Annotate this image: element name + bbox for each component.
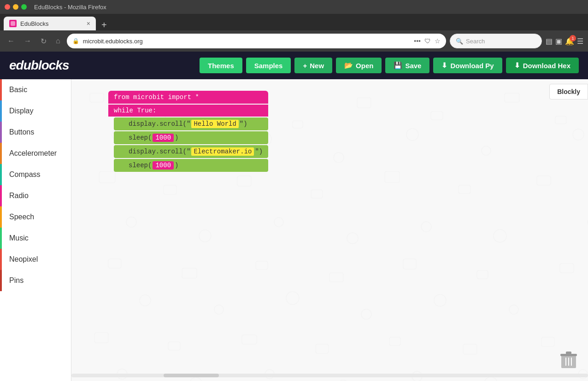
svg-point-25 [274,217,283,227]
svg-rect-4 [293,121,303,128]
save-icon: 💾 [394,61,402,70]
sleep2-suffix: ) [175,162,178,169]
sidebar: Basic Display Buttons Accelerometer Comp… [0,79,71,381]
download-py-button[interactable]: ⬇ Download Py [433,58,502,73]
forward-button[interactable]: → [21,35,34,47]
svg-point-26 [347,233,358,244]
sidebar-item-radio[interactable]: Radio [0,185,71,206]
hello-world-string: Hello World [191,120,238,128]
download-hex-icon: ⬇ [514,61,520,70]
canvas-area[interactable]: Blockly from microbit import * while Tru… [71,79,588,381]
maximize-window-button[interactable] [21,4,27,10]
svg-point-15 [573,129,584,140]
scrollbar-thumb[interactable] [164,374,219,377]
ellipsis-icon[interactable]: ••• [414,37,421,45]
display-scroll1-suffix: ") [240,120,247,128]
svg-point-24 [199,230,211,242]
browser-titlebar: EduBlocks - Mozilla Firefox [0,0,588,14]
sidebar-item-buttons-label: Buttons [9,128,34,136]
svg-point-52 [190,377,202,381]
block-import[interactable]: from microbit import * [108,91,268,104]
url-text: microbit.edublocks.org [83,38,411,45]
open-button[interactable]: 📂 Open [336,58,382,73]
search-icon: 🔍 [456,38,463,45]
sleep2-prefix: sleep( [129,162,152,169]
open-label: Open [356,62,373,70]
svg-rect-44 [94,333,108,343]
svg-rect-46 [242,335,257,344]
sidebar-item-compass[interactable]: Compass [0,164,71,185]
star-icon[interactable]: ☆ [435,37,441,45]
new-button[interactable]: + New [294,58,332,73]
download-hex-label: Download Hex [523,62,570,70]
svg-rect-20 [385,171,400,182]
svg-rect-50 [541,337,554,346]
display-scroll2-suffix: ") [255,148,263,155]
svg-rect-1 [90,93,104,102]
svg-point-42 [509,305,518,314]
blockly-toggle-button[interactable]: Blockly [549,84,588,100]
tab-label: EduBlocks [20,20,48,27]
home-button[interactable]: ⌂ [53,35,63,47]
reload-button[interactable]: ↻ [38,35,49,47]
trash-icon[interactable] [560,351,579,372]
svg-rect-32 [256,261,268,270]
download-py-icon: ⬇ [441,61,447,70]
library-icon[interactable]: ▤ [546,37,553,46]
electromaker-string: Electromaker.io [191,147,254,156]
save-label: Save [405,62,421,70]
svg-rect-33 [329,273,343,282]
svg-point-13 [406,129,418,141]
sidebar-item-basic-label: Basic [9,86,27,94]
while-text: while True: [114,107,156,114]
horizontal-scrollbar[interactable] [71,374,588,377]
close-window-button[interactable] [5,4,10,10]
svg-point-12 [334,152,344,163]
svg-point-27 [421,222,431,232]
sidebar-item-speech[interactable]: Speech [0,206,71,228]
sidebar-item-display[interactable]: Display [0,100,71,122]
download-hex-button[interactable]: ⬇ Download Hex [506,58,579,73]
svg-rect-8 [555,116,566,124]
save-button[interactable]: 💾 Save [385,58,429,73]
svg-point-40 [361,309,371,319]
browser-title: EduBlocks - Mozilla Firefox [34,4,106,11]
svg-point-41 [434,294,446,306]
svg-point-14 [482,146,491,155]
code-blocks[interactable]: from microbit import * while True: displ… [108,91,268,172]
samples-button[interactable]: Samples [246,58,291,73]
new-tab-button[interactable]: + [99,20,110,30]
app-logo: edublocks [9,58,69,73]
notification-icon[interactable]: 🔔1 [565,37,574,46]
sidebar-item-display-label: Display [9,107,33,115]
back-button[interactable]: ← [5,35,18,47]
sidebar-item-neopixel-label: Neopixel [9,255,38,263]
browser-tab-edublocks[interactable]: EduBlocks × [4,17,96,30]
svg-point-37 [140,295,151,306]
svg-rect-48 [389,337,400,346]
search-bar[interactable]: 🔍 Search [450,34,542,48]
tab-close-button[interactable]: × [87,20,90,27]
browser-toolbar: ← → ↻ ⌂ 🔒 microbit.edublocks.org ••• 🛡 ☆… [0,30,588,52]
svg-rect-47 [316,344,329,353]
search-placeholder: Search [466,38,485,45]
themes-button[interactable]: Themes [200,58,242,73]
sidebar-item-pins[interactable]: Pins [0,270,71,291]
menu-icon[interactable]: ☰ [577,37,583,46]
sleep2-value: 1000 [153,161,174,170]
svg-rect-16 [99,171,115,183]
svg-rect-7 [505,93,519,102]
svg-rect-30 [108,259,121,268]
sidebar-item-music[interactable]: Music [0,228,71,249]
minimize-window-button[interactable] [13,4,18,10]
app-header: edublocks Themes Samples + New 📂 Open 💾 … [0,52,588,79]
sidebar-item-neopixel[interactable]: Neopixel [0,249,71,270]
sidebar-item-accelerometer[interactable]: Accelerometer [0,143,71,164]
shield-icon: 🛡 [424,37,431,45]
sidebar-item-basic[interactable]: Basic [0,79,71,100]
svg-rect-18 [237,176,251,186]
reader-icon[interactable]: ▣ [555,37,562,46]
import-text: from microbit import * [114,94,199,101]
sidebar-item-buttons[interactable]: Buttons [0,122,71,143]
address-bar[interactable]: 🔒 microbit.edublocks.org ••• 🛡 ☆ [67,34,446,48]
